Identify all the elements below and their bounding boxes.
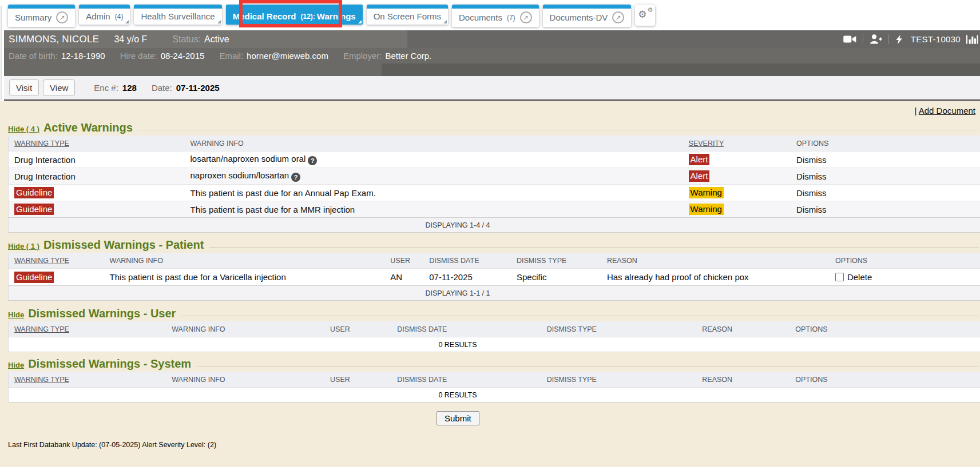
column-dismiss-date: DISMISS DATE xyxy=(397,325,546,333)
tab-summary[interactable]: Summary ↗ xyxy=(8,5,75,27)
window-edge-line xyxy=(1,6,2,100)
column-warning-type[interactable]: WARNING TYPE xyxy=(9,376,172,384)
popout-icon[interactable]: ↗ xyxy=(520,11,532,23)
dob-value: 12-18-1990 xyxy=(61,51,105,61)
warning-info-cell: losartan/naproxen sodium oral? xyxy=(191,154,689,165)
dismiss-date-cell: 07-11-2025 xyxy=(429,272,517,282)
tab-label: Health Surveillance xyxy=(141,11,215,21)
column-severity[interactable]: SEVERITY xyxy=(689,140,796,148)
hide-active-warnings-link[interactable]: Hide ( 4 ) xyxy=(8,125,39,133)
email-value: horner@mieweb.com xyxy=(247,51,328,61)
active-warnings-table: WARNING TYPE WARNING INFO SEVERITY OPTIO… xyxy=(8,136,980,233)
tab-health-surveillance[interactable]: Health Surveillance xyxy=(134,5,221,25)
column-dismiss-type: DISMISS TYPE xyxy=(517,257,607,265)
hide-dismissed-patient-link[interactable]: Hide ( 1 ) xyxy=(8,242,39,250)
hide-dismissed-user-link[interactable]: Hide xyxy=(8,310,24,319)
user-cell: AN xyxy=(390,272,429,282)
video-camera-icon[interactable] xyxy=(843,35,856,43)
warning-type-badge: Guideline xyxy=(14,272,54,283)
patient-banner: SIMMONS, NICOLE 34 y/o F Status: Active … xyxy=(4,30,980,76)
enc-number-value: 128 xyxy=(122,83,137,93)
help-icon[interactable]: ? xyxy=(308,156,317,165)
tab-count: (4) xyxy=(115,13,124,21)
patient-name: SIMMONS, NICOLE xyxy=(9,34,99,45)
tab-medical-record-warnings[interactable]: Medical Record (12):Warnings xyxy=(226,5,363,25)
section-head-dismissed-system: Hide Dismissed Warnings - System xyxy=(8,357,980,372)
column-user: USER xyxy=(390,257,429,265)
tab-label: Documents xyxy=(459,13,502,22)
column-reason: REASON xyxy=(702,376,795,384)
employer-value: Better Corp. xyxy=(385,51,431,61)
popout-icon[interactable]: ↗ xyxy=(56,11,68,23)
gear-icon: ⚙ xyxy=(638,10,646,19)
dismiss-link[interactable]: Dismiss xyxy=(796,188,827,198)
tab-admin[interactable]: Admin (4) xyxy=(79,5,130,25)
patient-age-sex: 34 y/o F xyxy=(114,34,147,45)
column-options: OPTIONS xyxy=(795,376,980,384)
section-title-dismissed-user: Dismissed Warnings - User xyxy=(28,307,176,320)
hire-date-value: 08-24-2015 xyxy=(161,51,205,61)
section-title-dismissed-system: Dismissed Warnings - System xyxy=(28,357,191,371)
warning-info-cell: This patient is past due for a Varicella… xyxy=(110,272,391,282)
column-user: USER xyxy=(330,376,397,384)
dismissed-system-table: WARNING TYPE WARNING INFO USER DISMISS D… xyxy=(8,372,980,403)
dismiss-link[interactable]: Dismiss xyxy=(796,155,827,165)
column-dismiss-date: DISMISS DATE xyxy=(397,376,546,384)
dismiss-link[interactable]: Dismiss xyxy=(796,205,827,214)
patient-banner-name-row: SIMMONS, NICOLE 34 y/o F Status: Active … xyxy=(4,30,980,48)
hire-date-label: Hire date: xyxy=(120,51,157,61)
column-warning-type[interactable]: WARNING TYPE xyxy=(9,257,110,265)
visit-button[interactable]: Visit xyxy=(9,79,39,96)
column-dismiss-date: DISMISS DATE xyxy=(429,257,517,265)
column-options: OPTIONS xyxy=(835,257,980,265)
severity-badge: Alert xyxy=(689,170,710,182)
tab-documents-dv[interactable]: Documents-DV ↗ xyxy=(543,5,632,27)
table-header-row: WARNING TYPE WARNING INFO USER DISMISS D… xyxy=(9,253,980,268)
status-value: Active xyxy=(204,34,229,45)
column-warning-type[interactable]: WARNING TYPE xyxy=(9,140,191,148)
tab-settings-button[interactable]: ⚙ ⚙ xyxy=(635,5,655,26)
delete-checkbox[interactable] xyxy=(835,273,844,281)
tab-dropdown-fold xyxy=(358,20,362,23)
table-row: Guideline This patient is past due for a… xyxy=(9,268,980,285)
severity-badge: Alert xyxy=(689,154,710,165)
section-head-active-warnings: Hide ( 4 ) Active Warnings xyxy=(8,121,980,136)
table-row: Drug Interaction losartan/naproxen sodiu… xyxy=(9,151,980,168)
add-user-icon[interactable] xyxy=(870,34,882,44)
warning-info-cell: naproxen sodium/losartan? xyxy=(191,170,689,182)
dismiss-link[interactable]: Dismiss xyxy=(796,172,827,181)
column-options: OPTIONS xyxy=(796,140,980,148)
column-warning-type[interactable]: WARNING TYPE xyxy=(9,325,172,333)
hide-dismissed-system-link[interactable]: Hide xyxy=(8,361,24,369)
view-button[interactable]: View xyxy=(43,79,75,96)
column-warning-info: WARNING INFO xyxy=(191,140,689,148)
add-document-link[interactable]: Add Document xyxy=(919,106,975,115)
severity-badge: Warning xyxy=(689,204,724,215)
warning-info-cell: This patient is past due for an Annual P… xyxy=(191,188,689,198)
table-header-row: WARNING TYPE WARNING INFO USER DISMISS D… xyxy=(9,321,980,337)
tab-label: Documents-DV xyxy=(550,13,608,22)
popout-icon[interactable]: ↗ xyxy=(612,11,624,23)
tab-documents[interactable]: Documents (7) ↗ xyxy=(452,5,539,27)
tab-on-screen-forms[interactable]: On Screen Forms xyxy=(367,5,448,25)
column-options: OPTIONS xyxy=(795,325,980,333)
dob-label: Date of birth: xyxy=(9,51,58,61)
enc-date-label: Date: xyxy=(152,83,172,93)
column-warning-info: WARNING INFO xyxy=(110,257,391,265)
dismissed-patient-table: WARNING TYPE WARNING INFO USER DISMISS D… xyxy=(8,253,980,301)
gear-icon-small: ⚙ xyxy=(647,7,653,13)
table-row: Drug Interaction naproxen sodium/losarta… xyxy=(9,168,980,184)
submit-button[interactable]: Submit xyxy=(437,411,479,425)
warnings-page: | Add Document Hide ( 4 ) Active Warning… xyxy=(0,101,980,467)
empty-results-status: 0 RESULTS xyxy=(9,337,980,352)
lightning-icon[interactable] xyxy=(895,34,903,45)
warning-type-cell: Drug Interaction xyxy=(9,155,191,165)
help-icon[interactable]: ? xyxy=(291,173,300,182)
tab-label: Summary xyxy=(15,13,51,22)
tab-count: (12): xyxy=(301,13,315,21)
patient-banner-bottom-strip xyxy=(4,63,980,76)
page-toolbar: | Add Document xyxy=(0,106,980,117)
column-user: USER xyxy=(330,325,397,333)
section-title-dismissed-patient: Dismissed Warnings - Patient xyxy=(43,238,204,252)
chart-flowsheet-icon[interactable] xyxy=(966,34,980,45)
